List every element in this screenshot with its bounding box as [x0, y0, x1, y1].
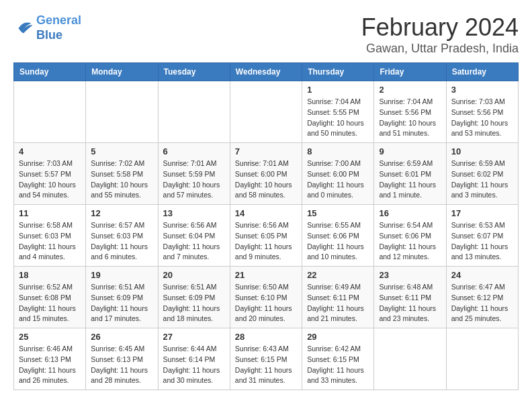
page-subtitle: Gawan, Uttar Pradesh, India [361, 42, 519, 56]
day-number: 23 [379, 270, 441, 280]
day-number: 15 [307, 208, 369, 218]
day-number: 2 [379, 85, 441, 95]
day-number: 19 [91, 270, 152, 280]
day-number: 6 [163, 146, 225, 156]
calendar-cell: 29Sunrise: 6:42 AMSunset: 6:15 PMDayligh… [302, 328, 374, 390]
day-number: 13 [163, 208, 225, 218]
calendar-cell [14, 81, 86, 143]
day-number: 24 [451, 270, 513, 280]
title-block: February 2024 Gawan, Uttar Pradesh, Indi… [361, 13, 519, 56]
day-info: Sunrise: 6:59 AMSunset: 6:02 PMDaylight:… [451, 158, 513, 201]
day-number: 12 [91, 208, 152, 218]
calendar-cell [86, 81, 158, 143]
day-info: Sunrise: 6:55 AMSunset: 6:06 PMDaylight:… [307, 220, 369, 263]
day-number: 26 [91, 332, 152, 342]
day-number: 1 [307, 85, 369, 95]
calendar-cell [230, 81, 302, 143]
calendar-cell: 25Sunrise: 6:46 AMSunset: 6:13 PMDayligh… [14, 328, 86, 390]
calendar-cell: 13Sunrise: 6:56 AMSunset: 6:04 PMDayligh… [158, 205, 230, 267]
day-info: Sunrise: 6:58 AMSunset: 6:03 PMDaylight:… [19, 220, 81, 263]
calendar-week-4: 18Sunrise: 6:52 AMSunset: 6:08 PMDayligh… [14, 267, 519, 328]
header-cell-tuesday: Tuesday [158, 63, 230, 81]
day-info: Sunrise: 6:46 AMSunset: 6:13 PMDaylight:… [19, 344, 81, 386]
day-info: Sunrise: 7:03 AMSunset: 5:56 PMDaylight:… [451, 97, 513, 139]
day-number: 11 [19, 208, 81, 218]
day-number: 14 [235, 208, 297, 218]
calendar-cell: 12Sunrise: 6:57 AMSunset: 6:03 PMDayligh… [86, 205, 158, 267]
day-number: 28 [235, 332, 297, 342]
calendar-cell: 10Sunrise: 6:59 AMSunset: 6:02 PMDayligh… [446, 143, 518, 205]
calendar-cell: 26Sunrise: 6:45 AMSunset: 6:13 PMDayligh… [86, 328, 158, 390]
logo: General Blue [13, 13, 81, 42]
day-info: Sunrise: 6:53 AMSunset: 6:07 PMDaylight:… [451, 220, 513, 263]
calendar-cell: 5Sunrise: 7:02 AMSunset: 5:58 PMDaylight… [86, 143, 158, 205]
day-number: 16 [379, 208, 441, 218]
day-info: Sunrise: 6:52 AMSunset: 6:08 PMDaylight:… [19, 282, 81, 324]
day-info: Sunrise: 6:57 AMSunset: 6:03 PMDaylight:… [91, 220, 152, 263]
day-info: Sunrise: 6:56 AMSunset: 6:04 PMDaylight:… [163, 220, 225, 263]
day-number: 21 [235, 270, 297, 280]
day-info: Sunrise: 6:56 AMSunset: 6:05 PMDaylight:… [235, 220, 297, 263]
day-info: Sunrise: 6:48 AMSunset: 6:11 PMDaylight:… [379, 282, 441, 324]
calendar-cell [158, 81, 230, 143]
day-number: 5 [91, 146, 152, 156]
day-info: Sunrise: 7:02 AMSunset: 5:58 PMDaylight:… [91, 158, 152, 201]
day-info: Sunrise: 6:59 AMSunset: 6:01 PMDaylight:… [379, 158, 441, 201]
day-info: Sunrise: 6:51 AMSunset: 6:09 PMDaylight:… [91, 282, 152, 324]
header-row: SundayMondayTuesdayWednesdayThursdayFrid… [14, 63, 519, 81]
calendar-cell: 17Sunrise: 6:53 AMSunset: 6:07 PMDayligh… [446, 205, 518, 267]
header-cell-wednesday: Wednesday [230, 63, 302, 81]
calendar-cell: 24Sunrise: 6:47 AMSunset: 6:12 PMDayligh… [446, 267, 518, 328]
header-cell-saturday: Saturday [446, 63, 518, 81]
calendar-week-1: 1Sunrise: 7:04 AMSunset: 5:55 PMDaylight… [14, 81, 519, 143]
day-info: Sunrise: 6:44 AMSunset: 6:14 PMDaylight:… [163, 344, 225, 386]
day-info: Sunrise: 6:51 AMSunset: 6:09 PMDaylight:… [163, 282, 225, 324]
header-cell-sunday: Sunday [14, 63, 86, 81]
day-info: Sunrise: 6:45 AMSunset: 6:13 PMDaylight:… [91, 344, 152, 386]
calendar-cell: 22Sunrise: 6:49 AMSunset: 6:11 PMDayligh… [302, 267, 374, 328]
day-number: 8 [307, 146, 369, 156]
calendar-cell: 21Sunrise: 6:50 AMSunset: 6:10 PMDayligh… [230, 267, 302, 328]
logo-text: General Blue [36, 13, 81, 42]
day-number: 7 [235, 146, 297, 156]
day-info: Sunrise: 6:43 AMSunset: 6:15 PMDaylight:… [235, 344, 297, 386]
calendar-week-5: 25Sunrise: 6:46 AMSunset: 6:13 PMDayligh… [14, 328, 519, 390]
day-info: Sunrise: 7:01 AMSunset: 6:00 PMDaylight:… [235, 158, 297, 201]
day-number: 22 [307, 270, 369, 280]
logo-icon [13, 18, 34, 38]
day-number: 29 [307, 332, 369, 342]
day-number: 25 [19, 332, 81, 342]
calendar-cell: 27Sunrise: 6:44 AMSunset: 6:14 PMDayligh… [158, 328, 230, 390]
day-number: 3 [451, 85, 513, 95]
header-cell-thursday: Thursday [302, 63, 374, 81]
calendar-week-3: 11Sunrise: 6:58 AMSunset: 6:03 PMDayligh… [14, 205, 519, 267]
day-number: 9 [379, 146, 441, 156]
day-info: Sunrise: 6:47 AMSunset: 6:12 PMDaylight:… [451, 282, 513, 324]
calendar-week-2: 4Sunrise: 7:03 AMSunset: 5:57 PMDaylight… [14, 143, 519, 205]
calendar-cell: 16Sunrise: 6:54 AMSunset: 6:06 PMDayligh… [374, 205, 446, 267]
day-info: Sunrise: 6:54 AMSunset: 6:06 PMDaylight:… [379, 220, 441, 263]
day-number: 20 [163, 270, 225, 280]
calendar-cell: 3Sunrise: 7:03 AMSunset: 5:56 PMDaylight… [446, 81, 518, 143]
calendar-cell: 4Sunrise: 7:03 AMSunset: 5:57 PMDaylight… [14, 143, 86, 205]
calendar-cell: 8Sunrise: 7:00 AMSunset: 6:00 PMDaylight… [302, 143, 374, 205]
day-info: Sunrise: 7:01 AMSunset: 5:59 PMDaylight:… [163, 158, 225, 201]
day-number: 17 [451, 208, 513, 218]
calendar-table: SundayMondayTuesdayWednesdayThursdayFrid… [13, 62, 519, 390]
calendar-cell: 6Sunrise: 7:01 AMSunset: 5:59 PMDaylight… [158, 143, 230, 205]
day-info: Sunrise: 7:00 AMSunset: 6:00 PMDaylight:… [307, 158, 369, 201]
page-title: February 2024 [361, 13, 519, 42]
calendar-cell [446, 328, 518, 390]
calendar-cell: 14Sunrise: 6:56 AMSunset: 6:05 PMDayligh… [230, 205, 302, 267]
day-info: Sunrise: 7:03 AMSunset: 5:57 PMDaylight:… [19, 158, 81, 201]
day-number: 10 [451, 146, 513, 156]
calendar-cell [374, 328, 446, 390]
day-info: Sunrise: 7:04 AMSunset: 5:56 PMDaylight:… [379, 97, 441, 139]
day-info: Sunrise: 6:42 AMSunset: 6:15 PMDaylight:… [307, 344, 369, 386]
day-info: Sunrise: 6:50 AMSunset: 6:10 PMDaylight:… [235, 282, 297, 324]
calendar-cell: 11Sunrise: 6:58 AMSunset: 6:03 PMDayligh… [14, 205, 86, 267]
calendar-cell: 7Sunrise: 7:01 AMSunset: 6:00 PMDaylight… [230, 143, 302, 205]
day-info: Sunrise: 7:04 AMSunset: 5:55 PMDaylight:… [307, 97, 369, 139]
calendar-cell: 20Sunrise: 6:51 AMSunset: 6:09 PMDayligh… [158, 267, 230, 328]
calendar-cell: 18Sunrise: 6:52 AMSunset: 6:08 PMDayligh… [14, 267, 86, 328]
